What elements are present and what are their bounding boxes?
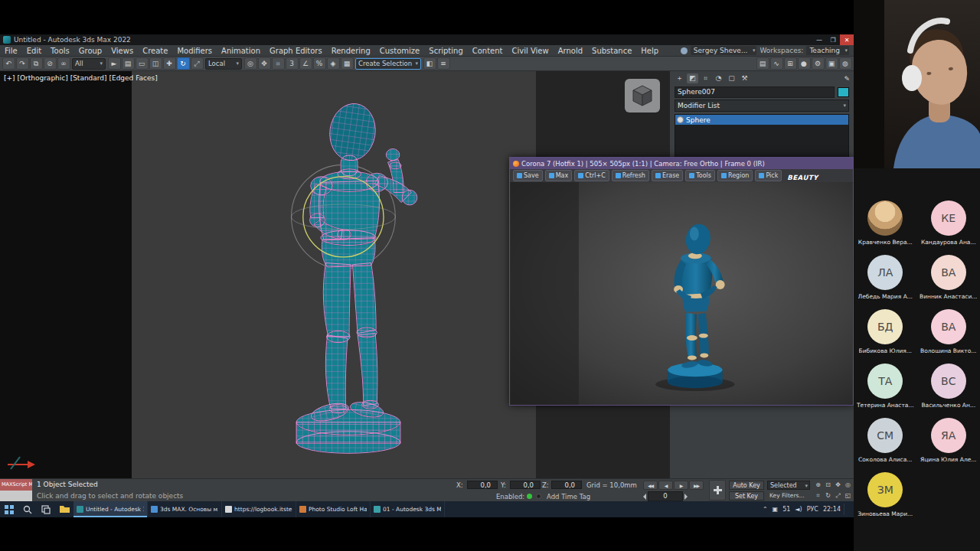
action-center-icon[interactable] [844,504,854,515]
select-object-icon[interactable]: ► [108,57,121,70]
bind-to-space-warp-icon[interactable]: ∞ [57,57,70,70]
go-to-end-button[interactable]: ▶▶ [689,481,704,490]
zoom-region-icon[interactable]: ⤢ [833,491,843,501]
orbit-subobject-icon[interactable]: ↻ [823,491,833,501]
render-setup-icon[interactable]: ⚙ [812,57,825,70]
previous-frame-icon[interactable] [643,494,646,500]
menu-item-rendering[interactable]: Rendering [327,45,375,57]
add-time-tag[interactable]: Add Time Tag [547,493,590,500]
participant-avatar[interactable]: БД [867,309,903,344]
select-and-link-icon[interactable]: ⧉ [30,57,43,70]
modifier-list-dropdown[interactable]: Modifier List [675,99,849,112]
menu-item-tools[interactable]: Tools [46,45,74,57]
viewport-label[interactable]: [+] [Orthographic] [Standard] [Edged Fac… [4,74,158,82]
task-view-icon[interactable] [37,501,55,517]
participant-avatar[interactable]: ВС [931,364,966,399]
3dsmax-titlebar[interactable]: Untitled - Autodesk 3ds Max 2022 — ❐ ✕ [0,34,854,45]
select-and-scale-icon[interactable]: ⤢ [191,57,204,70]
curve-editor-icon[interactable]: ∿ [770,57,783,70]
maxscript-mini-listener[interactable]: MAXScript Mi [0,479,32,502]
key-filters-button[interactable]: Key Filters... [767,491,810,500]
tray-app-icon[interactable]: ▣ [773,506,779,513]
window-crossing-icon[interactable]: ◫ [149,57,162,70]
participant-avatar[interactable]: СМ [867,418,903,453]
menu-item-file[interactable]: File [0,45,22,57]
menu-item-customize[interactable]: Customize [375,45,425,57]
corona-render-view[interactable] [510,182,853,405]
undo-icon[interactable]: ↶ [2,57,15,70]
material-editor-icon[interactable]: ● [798,57,811,70]
participant-avatar[interactable]: ЯА [931,418,966,453]
z-coordinate-field[interactable]: 0,0 [551,481,582,489]
corona-pick-button[interactable]: Pick [755,170,782,181]
corona-vfb-window[interactable]: Corona 7 (Hotfix 1) | 505× 505px (1:1) |… [509,157,854,406]
display-tab[interactable]: ▢ [726,73,737,83]
modifier-stack-entry-sphere[interactable]: Sphere [675,115,848,125]
select-by-name-icon[interactable]: ▤ [122,57,135,70]
corona-erase-button[interactable]: Erase [652,170,683,181]
taskbar-window-photo[interactable]: Photo Studio Loft Hal... [296,501,371,517]
layer-manager-icon[interactable]: ▤ [756,57,769,70]
menu-item-edit[interactable]: Edit [22,45,46,57]
zoom-extents-icon[interactable]: ⌗ [813,491,823,501]
volume-icon[interactable]: ◄) [795,506,802,513]
taskbar-window-video[interactable]: 01 - Autodesk 3ds M... [371,501,445,517]
menu-item-modifiers[interactable]: Modifiers [172,45,217,57]
participant-avatar[interactable]: ВА [931,255,966,290]
participant-photo-avatar[interactable] [867,201,903,236]
rectangular-selection-region-icon[interactable]: ▭ [136,57,149,70]
align-icon[interactable]: ≡ [437,57,450,70]
maxscript-input-line[interactable] [0,491,32,501]
menu-item-help[interactable]: Help [636,45,663,57]
menu-item-views[interactable]: Views [106,45,138,57]
motion-tab[interactable]: ◔ [713,73,724,83]
rendered-frame-window-icon[interactable]: ▣ [825,57,838,70]
enabled-green-indicator[interactable] [527,494,532,499]
corona-refresh-button[interactable]: Refresh [612,170,649,181]
participant-avatar[interactable]: ЛА [867,255,903,290]
hierarchy-tab[interactable]: ⌗ [700,73,711,83]
select-and-rotate-icon[interactable]: ↻ [177,57,190,70]
battery-level[interactable]: 51 [782,506,790,513]
key-mode-dropdown[interactable]: Selected [767,481,810,490]
set-key-button[interactable]: Set Key [729,491,764,500]
maximize-viewport-toggle-icon[interactable]: ◱ [843,491,853,501]
menu-item-create[interactable]: Create [138,45,172,57]
menu-item-group[interactable]: Group [74,45,106,57]
render-production-icon[interactable]: ◍ [839,57,852,70]
keyboard-shortcut-override-icon[interactable]: ⌗ [272,57,285,70]
mirror-icon[interactable]: ◧ [423,57,436,70]
user-account-menu[interactable]: Sergey Sheve... [691,46,757,55]
corona-titlebar[interactable]: Corona 7 (Hotfix 1) | 505× 505px (1:1) |… [510,158,853,169]
mute-indicator[interactable] [536,494,541,499]
close-button[interactable]: ✕ [840,34,854,45]
zoom-all-icon[interactable]: ⊡ [823,480,833,491]
object-color-swatch[interactable] [838,87,849,97]
edit-pencil-icon[interactable]: ✎ [844,75,850,83]
language-indicator[interactable]: РУС [807,506,818,513]
participant-avatar[interactable]: ЗМ [867,472,903,507]
percent-snap-icon[interactable]: % [313,57,326,70]
viewcube-gizmo[interactable] [625,79,660,112]
minimize-button[interactable]: — [812,34,826,45]
create-tab[interactable]: ＋ [674,73,685,83]
go-to-start-button[interactable]: ◀◀ [643,481,658,490]
next-frame-icon[interactable] [684,494,688,500]
mannequin-wireframe-model[interactable] [243,71,453,459]
search-icon[interactable] [18,501,37,517]
corona-copy-button[interactable]: Ctrl+C [574,170,609,181]
select-and-move-icon[interactable]: ✚ [163,57,176,70]
hidden-icons-chevron[interactable]: ⌃ [763,506,768,513]
named-selection-dropdown[interactable]: Create Selection Se [355,58,421,70]
taskbar-window-3dsmax[interactable]: Untitled - Autodesk 3... [74,501,148,517]
corona-max-button[interactable]: Max [545,170,573,181]
file-explorer-icon[interactable] [55,501,74,517]
x-coordinate-field[interactable]: 0,0 [467,481,498,489]
modify-tab[interactable]: ◩ [687,73,698,83]
select-and-manipulate-icon[interactable]: ✥ [258,57,271,70]
snaps-toggle-icon[interactable]: 3 [286,57,299,70]
play-button[interactable]: ▶ [674,481,688,490]
set-keys-button[interactable] [709,480,726,500]
participant-avatar[interactable]: КЕ [931,201,966,236]
menu-item-arnold[interactable]: Arnold [554,45,587,57]
